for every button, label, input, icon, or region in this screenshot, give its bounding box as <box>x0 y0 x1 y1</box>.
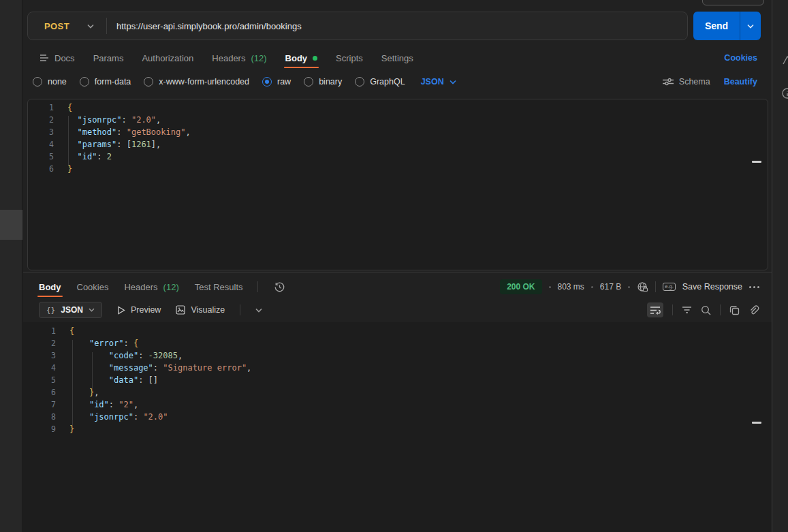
status-badge: 200 OK <box>500 279 541 294</box>
partial-sidebar-icon[interactable] <box>781 54 788 67</box>
line-number: 5 <box>23 374 56 386</box>
request-url-bar[interactable]: POST https://user-api.simplybook.pro/adm… <box>27 12 688 40</box>
environment-selector-partial[interactable] <box>702 0 764 5</box>
right-sidebar-rail <box>772 0 788 532</box>
partial-info-icon[interactable] <box>781 87 788 99</box>
code-line[interactable]: 3 "code": -32085, <box>23 349 772 362</box>
code-line[interactable]: 8 "jsonrpc": "2.0" <box>23 411 772 423</box>
dot-separator <box>628 286 630 288</box>
visualize-button[interactable]: Visualize <box>176 305 225 315</box>
code-line[interactable]: 5 "data": [] <box>23 374 772 386</box>
radio-binary[interactable]: binary <box>304 77 342 87</box>
response-history-icon[interactable] <box>274 281 285 293</box>
line-number: 3 <box>23 349 56 362</box>
code-line[interactable]: 3 "method": "getBooking", <box>28 126 768 138</box>
headers-count-badge: (12) <box>251 53 266 63</box>
code-line[interactable]: 5 "id": 2 <box>28 151 768 163</box>
schema-label: Schema <box>679 77 710 87</box>
filter-icon[interactable] <box>682 306 692 314</box>
indent-guide <box>92 352 93 389</box>
radio-raw[interactable]: raw <box>262 77 291 87</box>
chevron-down-icon <box>87 24 94 29</box>
code-line[interactable]: 1{ <box>23 325 772 337</box>
code-line[interactable]: 4 "params": [1261], <box>28 138 768 151</box>
response-tab-body[interactable]: Body <box>39 277 61 297</box>
divider <box>655 281 656 292</box>
line-number: 4 <box>28 138 54 151</box>
request-body-editor[interactable]: 1{2 "jsonrpc": "2.0",3 "method": "getBoo… <box>27 99 768 270</box>
url-input[interactable]: https://user-api.simplybook.pro/admin/bo… <box>107 21 302 31</box>
format-options-chevron[interactable] <box>255 308 262 313</box>
response-tab-headers[interactable]: Headers (12) <box>124 277 178 297</box>
tab-body[interactable]: Body <box>285 48 318 68</box>
response-format-selector[interactable]: {} JSON <box>39 302 102 318</box>
tab-label: Test Results <box>195 282 243 292</box>
radio-none[interactable]: none <box>33 77 67 87</box>
cookies-link[interactable]: Cookies <box>724 48 757 68</box>
response-tab-cookies[interactable]: Cookies <box>77 277 109 297</box>
save-example-icon: e.g. <box>663 283 676 291</box>
line-number: 6 <box>23 386 56 398</box>
tab-params[interactable]: Params <box>93 48 124 68</box>
code-line[interactable]: 9} <box>23 423 772 435</box>
tab-authorization[interactable]: Authorization <box>142 48 193 68</box>
network-info-icon[interactable] <box>637 281 648 293</box>
word-wrap-icon[interactable] <box>647 302 663 317</box>
tab-docs[interactable]: Docs <box>40 48 75 68</box>
code-line[interactable]: 1{ <box>28 101 768 114</box>
send-button-label[interactable]: Send <box>693 12 740 40</box>
response-tabs: Body Cookies Headers (12) Test Results <box>39 276 285 298</box>
tab-scripts[interactable]: Scripts <box>336 48 363 68</box>
request-tabs: Docs Params Authorization Headers (12) B… <box>40 48 413 68</box>
code-line[interactable]: 4 "message": "Signature error", <box>23 362 772 374</box>
schema-button[interactable]: Schema <box>663 77 710 87</box>
line-number: 3 <box>28 126 54 138</box>
tab-settings[interactable]: Settings <box>381 48 413 68</box>
panel-splitter[interactable] <box>23 272 772 272</box>
request-editor-scroll-indicator[interactable] <box>752 161 761 163</box>
save-response-button[interactable]: Save Response <box>682 282 742 292</box>
radio-x-www-form-urlencoded[interactable]: x-www-form-urlencoded <box>144 77 249 87</box>
tab-headers[interactable]: Headers (12) <box>212 48 266 68</box>
tab-label: Params <box>93 53 124 63</box>
schema-sliders-icon <box>663 78 674 86</box>
response-format-row: {} JSON Preview Visualize <box>39 300 262 319</box>
line-number: 2 <box>28 114 54 126</box>
send-options-chevron[interactable] <box>740 12 761 40</box>
indent-guide <box>72 340 73 426</box>
method-selector[interactable]: POST <box>28 21 106 31</box>
method-label: POST <box>44 21 69 31</box>
send-button[interactable]: Send <box>693 12 761 40</box>
code-line[interactable]: 2 "jsonrpc": "2.0", <box>28 114 768 126</box>
line-number: 1 <box>23 325 56 337</box>
code-line[interactable]: 7 "id": "2", <box>23 398 772 411</box>
sidebar-drag-handle[interactable] <box>0 210 22 240</box>
radio-icon <box>33 77 42 87</box>
code-line[interactable]: 6} <box>28 163 768 175</box>
tab-label: Authorization <box>142 53 193 63</box>
radio-label: x-www-form-urlencoded <box>159 77 249 87</box>
preview-button[interactable]: Preview <box>117 305 161 315</box>
raw-format-selector[interactable]: JSON <box>421 77 456 87</box>
tab-label: Scripts <box>336 53 363 63</box>
radio-graphql[interactable]: GraphQL <box>355 77 405 87</box>
preview-label: Preview <box>131 305 161 315</box>
response-tab-test-results[interactable]: Test Results <box>195 277 243 297</box>
response-format-label: JSON <box>61 305 83 315</box>
divider <box>240 304 240 315</box>
code-line[interactable]: 6 }, <box>23 386 772 398</box>
link-icon[interactable] <box>748 305 759 315</box>
response-body-editor[interactable]: 1{2 "error": {3 "code": -32085,4 "messag… <box>23 322 772 532</box>
response-editor-scroll-indicator[interactable] <box>752 422 761 424</box>
code-line[interactable]: 2 "error": { <box>23 337 772 349</box>
radio-form-data[interactable]: form-data <box>80 77 131 87</box>
search-icon[interactable] <box>701 305 711 315</box>
copy-icon[interactable] <box>729 305 740 315</box>
radio-label: GraphQL <box>370 77 405 87</box>
body-modified-dot <box>313 56 317 61</box>
beautify-button[interactable]: Beautify <box>724 77 757 87</box>
line-number: 5 <box>28 151 54 163</box>
line-number: 6 <box>28 163 54 175</box>
line-number: 2 <box>23 337 56 349</box>
more-options-icon[interactable] <box>749 286 759 288</box>
